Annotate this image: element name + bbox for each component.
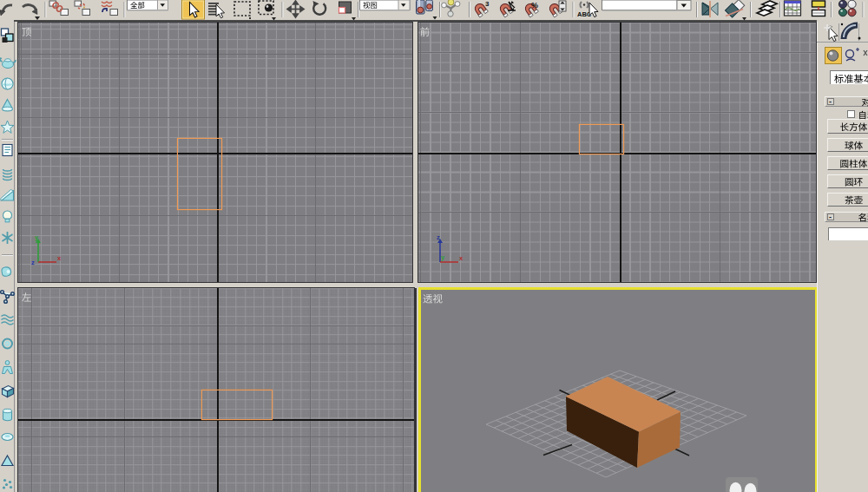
svg-text:x: x [57,254,62,262]
svg-text:z: z [437,233,440,241]
svg-text:y: y [441,253,445,261]
svg-text:%: % [531,1,538,10]
svg-text:3: 3 [485,0,490,8]
svg-text:z: z [31,259,35,266]
svg-text:x: x [459,254,464,262]
